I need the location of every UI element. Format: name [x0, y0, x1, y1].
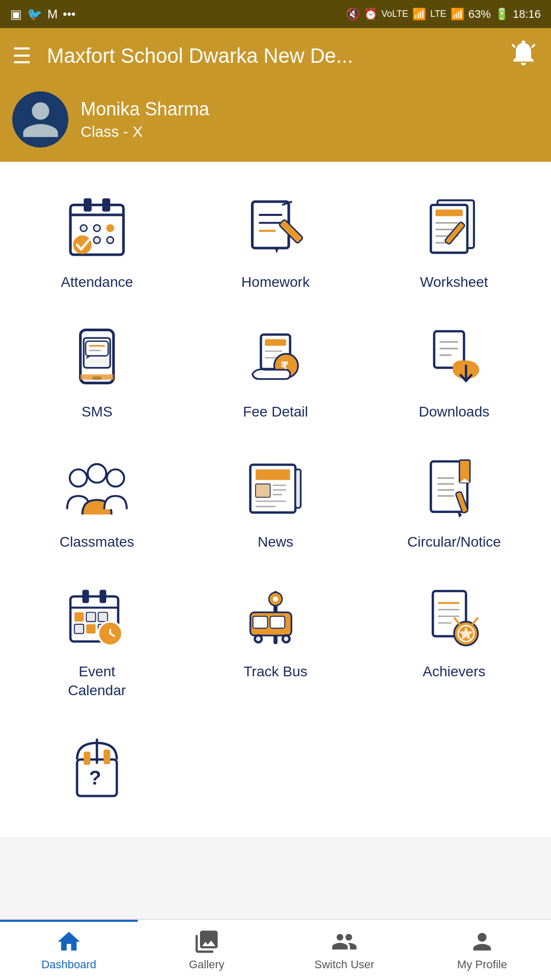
svg-point-50: [107, 469, 124, 486]
grid-item-downloads[interactable]: Downloads: [367, 307, 541, 431]
menu-grid: Attendance Homework: [0, 162, 551, 837]
avatar: [12, 91, 68, 148]
mute-icon: 🔇: [346, 8, 360, 21]
grid-item-sms[interactable]: SMS: [10, 307, 184, 431]
status-right: 🔇 ⏰ VoLTE 📶 LTE 📶 63% 🔋 18:16: [346, 8, 541, 21]
classmates-label: Classmates: [60, 533, 134, 551]
circular-label: Circular/Notice: [407, 533, 501, 551]
user-name: Monika Sharma: [81, 99, 539, 120]
nav-switch-user[interactable]: Switch User: [276, 920, 413, 980]
attendance-icon: [61, 192, 133, 264]
svg-rect-52: [295, 469, 300, 507]
svg-point-93: [284, 636, 288, 641]
fee-detail-label: Fee Detail: [243, 403, 308, 421]
svg-rect-76: [98, 612, 108, 622]
misc-icon: ?: [61, 730, 133, 802]
nav-dashboard-label: Dashboard: [41, 958, 96, 971]
event-calendar-icon: [61, 582, 133, 653]
svg-rect-35: [265, 339, 286, 346]
nav-switch-user-label: Switch User: [314, 958, 374, 971]
grid-item-classmates[interactable]: Classmates: [10, 437, 184, 561]
grid-item-track-bus[interactable]: Track Bus: [189, 567, 362, 710]
nav-my-profile-label: My Profile: [457, 958, 507, 971]
news-icon: [240, 452, 311, 524]
svg-rect-55: [256, 484, 270, 497]
clock: 18:16: [513, 8, 541, 21]
svg-point-8: [94, 237, 101, 243]
home-icon: [56, 928, 82, 955]
classmates-icon: [61, 452, 133, 524]
grid-item-event-calendar[interactable]: Event Calendar: [10, 567, 184, 710]
event-calendar-label: Event Calendar: [68, 663, 126, 700]
grid-item-fee-detail[interactable]: ₹ Fee Detail: [189, 307, 362, 431]
svg-text:?: ?: [89, 767, 101, 789]
track-bus-icon: [240, 582, 311, 653]
user-details: Monika Sharma Class - X: [81, 99, 539, 140]
svg-rect-89: [270, 617, 285, 628]
svg-point-49: [88, 464, 106, 482]
downloads-icon: [418, 322, 490, 394]
nav-dashboard[interactable]: Dashboard: [0, 920, 138, 980]
battery-icon: 🔋: [495, 8, 509, 21]
svg-rect-78: [86, 624, 95, 633]
svg-rect-73: [99, 590, 106, 603]
svg-point-5: [94, 225, 101, 232]
grid-item-news[interactable]: News: [189, 437, 362, 561]
worksheet-label: Worksheet: [420, 273, 488, 291]
svg-rect-53: [256, 469, 290, 480]
gallery-icon: [193, 928, 220, 955]
profile-icon: [469, 928, 495, 955]
grid-item-achievers[interactable]: Achievers: [367, 567, 541, 710]
battery-percent: 63%: [468, 8, 491, 21]
school-title: Maxfort School Dwarka New De...: [47, 44, 498, 67]
grid-item-circular[interactable]: Circular/Notice: [367, 437, 541, 561]
news-label: News: [258, 533, 293, 551]
track-bus-label: Track Bus: [244, 663, 308, 681]
svg-rect-33: [81, 375, 114, 380]
attendance-label: Attendance: [61, 273, 133, 291]
status-bar: ▣ 🐦 M ••• 🔇 ⏰ VoLTE 📶 LTE 📶 63% 🔋 18:16: [0, 0, 551, 28]
svg-point-48: [70, 469, 87, 486]
svg-point-4: [81, 225, 87, 232]
svg-rect-75: [86, 612, 95, 622]
downloads-label: Downloads: [419, 403, 490, 421]
sms-icon: [61, 322, 133, 394]
nav-gallery[interactable]: Gallery: [138, 920, 276, 980]
svg-point-9: [107, 237, 114, 243]
svg-rect-2: [84, 199, 92, 212]
notification-bell[interactable]: [508, 37, 539, 74]
svg-rect-74: [74, 612, 84, 622]
achievers-label: Achievers: [423, 663, 486, 681]
svg-rect-20: [436, 210, 463, 216]
svg-point-10: [73, 235, 91, 254]
user-info-bar: Monika Sharma Class - X: [0, 86, 551, 162]
svg-rect-105: [84, 751, 90, 765]
svg-point-91: [256, 636, 261, 641]
achievers-icon: [418, 582, 490, 653]
volte-icon: VoLTE: [382, 9, 409, 19]
switch-user-icon: [331, 928, 358, 955]
grid-item-homework[interactable]: Homework: [189, 177, 362, 302]
app-icon-1: ▣: [10, 7, 22, 21]
twitter-icon: 🐦: [27, 7, 42, 21]
homework-label: Homework: [241, 273, 310, 291]
svg-rect-77: [74, 624, 84, 633]
nav-gallery-label: Gallery: [189, 958, 224, 971]
lte-icon: LTE: [430, 9, 446, 19]
svg-rect-72: [82, 590, 89, 603]
alarm-icon: ⏰: [364, 8, 378, 21]
svg-rect-88: [253, 617, 268, 628]
circular-icon: [418, 452, 490, 524]
svg-point-86: [273, 597, 278, 602]
worksheet-icon: [418, 192, 490, 264]
more-icon: •••: [63, 7, 76, 21]
nav-my-profile[interactable]: My Profile: [413, 920, 551, 980]
grid-item-attendance[interactable]: Attendance: [10, 177, 184, 302]
user-class: Class - X: [81, 123, 539, 140]
hamburger-menu[interactable]: ☰: [12, 43, 32, 68]
sim-icon: 📶: [412, 8, 426, 21]
grid-item-worksheet[interactable]: Worksheet: [367, 177, 541, 302]
svg-rect-3: [102, 199, 110, 212]
status-left: ▣ 🐦 M •••: [10, 7, 76, 21]
grid-item-misc[interactable]: ?: [10, 715, 184, 821]
